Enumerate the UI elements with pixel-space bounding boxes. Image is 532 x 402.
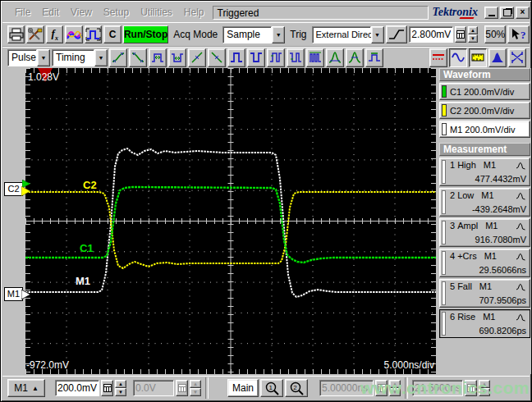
- measure-class-select[interactable]: Pulse ▼: [7, 49, 50, 66]
- cursors-button[interactable]: [429, 48, 447, 67]
- spin-down-button[interactable]: ▼: [468, 34, 478, 43]
- positive-pulse-button[interactable]: [227, 48, 245, 67]
- measurement-value: 690.8206ps: [450, 326, 526, 336]
- chevron-down-icon[interactable]: ▼: [37, 49, 50, 66]
- keypad-button[interactable]: [176, 380, 188, 396]
- context-help-button[interactable]: ?: [507, 25, 530, 43]
- menu-setup[interactable]: Setup: [98, 5, 135, 20]
- spin-up-button[interactable]: ▲: [190, 380, 201, 388]
- rise-time-button[interactable]: [109, 48, 127, 67]
- menu-help[interactable]: Help: [178, 5, 210, 20]
- set-level-50-button[interactable]: 50%: [484, 25, 506, 43]
- c2-reference-arrow-icon[interactable]: [21, 186, 32, 196]
- keypad-button[interactable]: [375, 380, 388, 396]
- measure-group-value: Timing: [52, 49, 94, 66]
- run-stop-button[interactable]: Run/Stop: [123, 25, 168, 43]
- spin-down-button[interactable]: ▼: [190, 388, 201, 396]
- close-button[interactable]: ×: [516, 7, 530, 19]
- channel-select-button[interactable]: M1 ▲: [7, 379, 45, 397]
- divider: [405, 377, 408, 399]
- positive-peak-button[interactable]: [326, 48, 344, 67]
- restore-button[interactable]: [500, 7, 514, 19]
- vertical-offset-input[interactable]: [133, 380, 174, 396]
- measurement-2-low[interactable]: 2LowM1 -439.2648mV: [439, 188, 530, 217]
- formula-button[interactable]: fx: [46, 25, 63, 43]
- menubar: File Edit View Setup Utilities Help Trig…: [2, 2, 530, 22]
- c2-reference-marker[interactable]: C2: [4, 182, 23, 196]
- burst-width-button[interactable]: [306, 48, 324, 67]
- rising-slope-button[interactable]: [188, 48, 206, 67]
- pulse-mode-button[interactable]: [85, 25, 102, 43]
- keypad-button[interactable]: [455, 26, 466, 43]
- pulse-icon: [516, 313, 526, 322]
- peak-width-button[interactable]: [346, 48, 364, 67]
- print-button[interactable]: [7, 25, 25, 43]
- channel-c1-button[interactable]: C1 200.0mV/div: [439, 83, 530, 100]
- waveform-panel-header: Waveform: [439, 68, 530, 81]
- spin-down-button[interactable]: ▼: [115, 388, 126, 396]
- m1-reference-arrow-icon[interactable]: [21, 290, 32, 299]
- histogram-display-button[interactable]: [488, 48, 507, 67]
- measurement-1-high[interactable]: 1HighM1 477.4432mV: [439, 158, 530, 186]
- zoom2-button[interactable]: 2: [285, 379, 308, 397]
- measurement-4-pcrs[interactable]: 4+CrsM1 29.56066ns: [439, 249, 530, 277]
- menu-utilities[interactable]: Utilities: [135, 5, 178, 20]
- printer-icon: [9, 28, 24, 41]
- spin-up-button[interactable]: ▲: [479, 380, 490, 388]
- channel-c2-label: C2 200.0mV/div: [450, 106, 514, 116]
- c-button[interactable]: C: [103, 25, 121, 43]
- chevron-down-icon[interactable]: ▼: [272, 26, 285, 43]
- spin-up-button[interactable]: ▲: [115, 380, 126, 388]
- measurement-number: 2: [450, 190, 455, 200]
- measurement-display-button[interactable]: [469, 48, 487, 67]
- positive-width-button[interactable]: [149, 48, 167, 67]
- acq-mode-value: Sample: [222, 26, 272, 43]
- keypad-button[interactable]: [465, 380, 477, 396]
- waveform-display-button[interactable]: [449, 48, 467, 67]
- spin-up-button[interactable]: ▲: [468, 26, 478, 34]
- c1-trace-label: C1: [80, 242, 94, 254]
- measurement-value: -439.2648mV: [450, 204, 526, 214]
- m1-reference-marker[interactable]: M1: [4, 287, 23, 301]
- spin-up-button[interactable]: ▲: [389, 380, 401, 388]
- trigger-slope-button[interactable]: [386, 25, 408, 43]
- measurement-3-ampl[interactable]: 3AmplM1 916.7080mV: [439, 218, 530, 247]
- falling-slope-button[interactable]: [208, 48, 226, 67]
- keypad-button[interactable]: [101, 380, 113, 396]
- menu-file[interactable]: File: [9, 5, 36, 20]
- measure-group-select[interactable]: Timing ▼: [52, 49, 108, 66]
- spin-down-button[interactable]: ▼: [479, 388, 490, 396]
- horizontal-delay-input[interactable]: [412, 380, 463, 396]
- tools-button[interactable]: [26, 25, 44, 43]
- negative-pulse-button[interactable]: [247, 48, 265, 67]
- chevron-down-icon[interactable]: ▼: [371, 26, 384, 43]
- channel-c2-button[interactable]: C2 200.0mV/div: [439, 102, 530, 119]
- channel-m1-button[interactable]: M1 200.0mV/div: [439, 121, 530, 138]
- measurement-name: Low: [457, 190, 474, 200]
- divider: [205, 377, 209, 399]
- menu-edit[interactable]: Edit: [36, 5, 65, 20]
- fall-time-button[interactable]: [129, 48, 147, 67]
- trigger-level-input[interactable]: [409, 26, 453, 43]
- trig-source-select[interactable]: External Direct ▼: [312, 26, 384, 43]
- measurement-5-fall[interactable]: 5FallM1 707.9506ps: [439, 279, 530, 308]
- waveform-graticule[interactable]: 1.028V -972.0mV 5.000ns/div C2 C1 M1: [25, 68, 436, 374]
- spin-down-button[interactable]: ▼: [389, 388, 401, 396]
- flattop-button[interactable]: [365, 48, 383, 67]
- measurement-6-rise[interactable]: 6RiseM1 690.8206ps: [439, 309, 530, 338]
- vertical-scale-input[interactable]: [55, 380, 99, 396]
- menu-view[interactable]: View: [65, 5, 98, 20]
- measurement-source: M1: [483, 312, 495, 322]
- channel-c1-label: C1 200.0mV/div: [450, 87, 514, 97]
- main-timebase-button[interactable]: Main: [227, 379, 259, 397]
- chevron-down-icon[interactable]: ▼: [94, 49, 108, 66]
- positive-duty-button[interactable]: [267, 48, 285, 67]
- mask-display-button[interactable]: [508, 48, 526, 67]
- horizontal-scale-input[interactable]: [319, 380, 374, 396]
- zoom1-button[interactable]: 1: [260, 379, 283, 397]
- acq-mode-select[interactable]: Sample ▼: [222, 26, 285, 43]
- minimize-button[interactable]: [484, 7, 498, 19]
- negative-duty-button[interactable]: [287, 48, 305, 67]
- waveform-color-button[interactable]: [65, 25, 82, 43]
- negative-width-button[interactable]: [168, 48, 186, 67]
